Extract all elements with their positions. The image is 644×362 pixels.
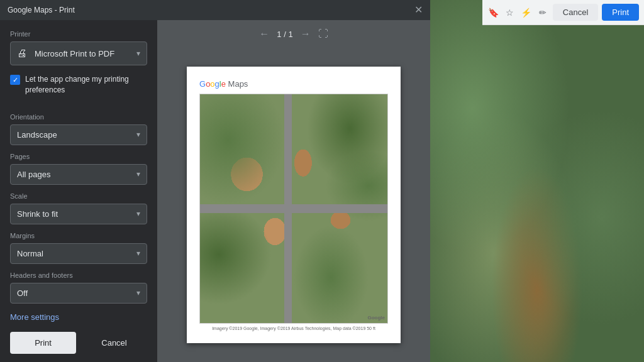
printer-label: Printer: [10, 30, 147, 38]
pages-label: Pages: [10, 153, 147, 160]
maps-background: [430, 0, 644, 362]
sidebar-footer: Print Cancel: [10, 322, 147, 354]
orientation-section: Orientation Landscape ▾: [10, 113, 147, 145]
paper-preview: Google Maps Google Imagery ©2019 Google,…: [187, 67, 401, 343]
browser-cancel-button[interactable]: Cancel: [553, 4, 598, 21]
next-page-button[interactable]: →: [301, 28, 311, 40]
pages-section: Pages All pages ▾: [10, 153, 147, 185]
orientation-label: Orientation: [10, 113, 147, 121]
pen-icon[interactable]: ✏: [536, 6, 549, 19]
margins-section: Margins Normal ▾: [10, 232, 147, 264]
orientation-value: Landscape: [17, 130, 136, 140]
browser-print-button[interactable]: Print: [602, 4, 639, 21]
fit-screen-button[interactable]: ⛶: [318, 28, 328, 40]
app-printing-checkbox-row[interactable]: ✓ Let the app change my printing prefere…: [10, 74, 147, 96]
pages-select[interactable]: All pages ▾: [10, 164, 147, 185]
bookmark-icon[interactable]: 🔖: [487, 6, 500, 19]
scale-section: Scale Shrink to fit ▾: [10, 192, 147, 224]
app-printing-label: Let the app change my printing preferenc…: [25, 74, 147, 96]
preview-content: Google Maps Google Imagery ©2019 Google,…: [180, 48, 407, 362]
print-button[interactable]: Print: [10, 332, 76, 354]
prev-page-button[interactable]: ←: [259, 28, 269, 40]
scale-label: Scale: [10, 192, 147, 200]
margins-chevron-icon: ▾: [136, 249, 140, 258]
extension-icon[interactable]: ⚡: [520, 6, 533, 19]
browser-toolbar: 🔖 ☆ ⚡ ✏ Cancel Print: [482, 0, 644, 25]
preview-toolbar: ← 1 / 1 → ⛶: [157, 20, 430, 48]
map-image: Google: [199, 94, 388, 324]
headers-footers-chevron-icon: ▾: [136, 288, 140, 297]
headers-footers-select[interactable]: Off ▾: [10, 283, 147, 304]
page-count: 1 / 1: [277, 30, 292, 39]
app-printing-checkbox[interactable]: ✓: [10, 75, 20, 85]
printer-icon: 🖨: [17, 47, 30, 60]
cancel-button[interactable]: Cancel: [81, 332, 147, 354]
orientation-select[interactable]: Landscape ▾: [10, 124, 147, 145]
headers-footers-label: Headers and footers: [10, 272, 147, 279]
pages-chevron-icon: ▾: [136, 170, 140, 178]
scale-value: Shrink to fit: [17, 209, 136, 219]
title-bar: Google Maps - Print ✕: [0, 0, 430, 20]
google-watermark: Google: [367, 315, 385, 321]
printer-chevron-icon: ▾: [136, 49, 140, 58]
margins-value: Normal: [17, 249, 136, 258]
close-button[interactable]: ✕: [414, 5, 423, 15]
margins-label: Margins: [10, 232, 147, 239]
aerial-map: [200, 94, 387, 323]
dialog-title: Google Maps - Print: [8, 6, 75, 14]
orientation-chevron-icon: ▾: [136, 130, 140, 139]
scale-select[interactable]: Shrink to fit ▾: [10, 204, 147, 224]
scale-chevron-icon: ▾: [136, 209, 140, 218]
dialog-body: Printer 🖨 Microsoft Print to PDF ▾ ✓ Let…: [0, 20, 430, 362]
printer-name: Microsoft Print to PDF: [35, 49, 131, 58]
headers-footers-value: Off: [17, 288, 136, 298]
paper-header: Google Maps: [199, 79, 388, 89]
pages-value: All pages: [17, 170, 136, 179]
print-sidebar: Printer 🖨 Microsoft Print to PDF ▾ ✓ Let…: [0, 20, 157, 362]
printer-section: Printer 🖨 Microsoft Print to PDF ▾: [10, 30, 147, 65]
margins-select[interactable]: Normal ▾: [10, 243, 147, 264]
more-settings-link[interactable]: More settings: [10, 312, 147, 322]
map-footer-text: Imagery ©2019 Google, Imagery ©2019 Airb…: [199, 326, 388, 331]
preview-area: ← 1 / 1 → ⛶ Google Maps Google: [157, 20, 430, 362]
headers-footers-section: Headers and footers Off ▾: [10, 272, 147, 304]
star-icon[interactable]: ☆: [504, 6, 516, 19]
print-dialog: Google Maps - Print ✕ Printer 🖨 Microsof…: [0, 0, 430, 362]
printer-select[interactable]: 🖨 Microsoft Print to PDF ▾: [10, 41, 147, 65]
google-maps-logo: Google Maps: [199, 79, 248, 89]
